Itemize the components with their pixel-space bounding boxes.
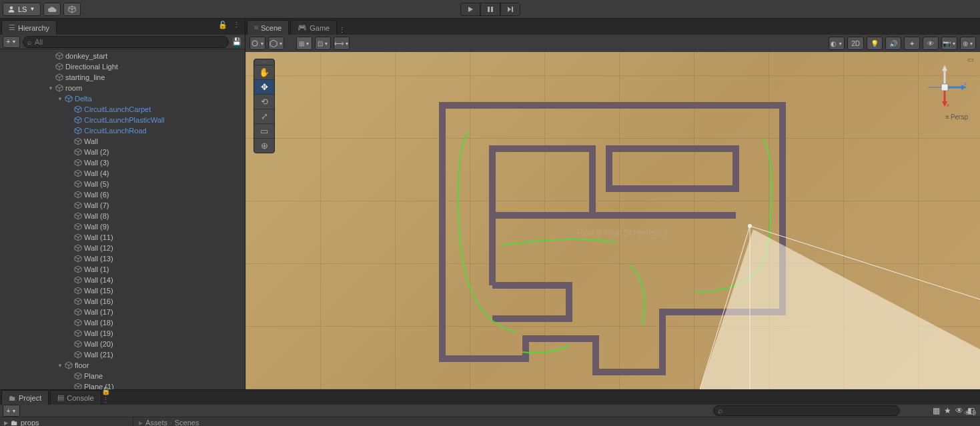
hidden-packages-icon[interactable]: 👁	[955, 406, 963, 415]
shading-mode-dropdown[interactable]: ▼	[268, 37, 284, 50]
hierarchy-item[interactable]: Wall (11)	[0, 232, 245, 243]
hierarchy-panel: ☰ Hierarchy 🔓 ⋮ + ▼ ⌕ 💾 donkey_startDire…	[0, 19, 246, 389]
camera-dropdown[interactable]: 📷▼	[941, 37, 957, 50]
panel-menu-icon[interactable]: ⋮	[101, 395, 111, 405]
chevron-right-icon: ›	[170, 420, 172, 426]
hierarchy-item[interactable]: Wall (21)	[0, 349, 245, 360]
gameobject-icon	[64, 361, 73, 370]
hierarchy-item[interactable]: Wall (2)	[0, 147, 245, 157]
draw-mode-dropdown[interactable]: ▼	[250, 37, 266, 50]
pause-button[interactable]	[480, 3, 500, 16]
search-input[interactable]	[35, 38, 224, 46]
hierarchy-item[interactable]: Plane (1)	[0, 381, 245, 389]
hierarchy-tree[interactable]: donkey_startDirectional Lightstarting_li…	[0, 49, 245, 389]
hierarchy-item[interactable]: Wall (1)	[0, 264, 245, 275]
hierarchy-item[interactable]: Wall (8)	[0, 211, 245, 221]
chevron-down-icon[interactable]: ▼	[56, 363, 64, 369]
camera-frustum	[700, 223, 980, 389]
crumb-assets[interactable]: Assets	[145, 419, 167, 426]
hierarchy-item[interactable]: Wall (20)	[0, 339, 245, 349]
hierarchy-item[interactable]: Wall (14)	[0, 275, 245, 285]
hierarchy-item[interactable]: Wall (15)	[0, 285, 245, 296]
hierarchy-item[interactable]: Wall (16)	[0, 296, 245, 307]
rect-tool[interactable]: ▭	[254, 123, 274, 138]
transform-tool[interactable]: ⊕	[254, 138, 274, 153]
crumb-scenes[interactable]: Scenes	[175, 419, 199, 426]
hierarchy-search[interactable]: ⌕	[23, 36, 229, 48]
hierarchy-item[interactable]: Wall (4)	[0, 168, 245, 179]
item-label: Wall (2)	[84, 148, 109, 156]
snap-settings-button[interactable]: ⊡▼	[315, 37, 331, 50]
lock-icon[interactable]: 🔓	[218, 20, 227, 29]
hand-tool[interactable]: ✋	[254, 65, 274, 79]
hierarchy-item[interactable]: Wall (13)	[0, 253, 245, 264]
favorite-filter-icon[interactable]: ★	[944, 406, 951, 415]
lock-icon[interactable]: 🔓	[101, 386, 111, 395]
create-button[interactable]: + ▼	[3, 36, 20, 48]
chevron-down-icon[interactable]: ▼	[47, 85, 55, 91]
lighting-toggle[interactable]: 💡	[867, 37, 883, 50]
step-button[interactable]	[500, 3, 520, 16]
rotate-tool[interactable]: ⟲	[254, 94, 274, 109]
account-dropdown[interactable]: LS ▼	[3, 3, 41, 16]
increment-snap-button[interactable]: ⟷▼	[334, 37, 350, 50]
hierarchy-item[interactable]: ▼room	[0, 83, 245, 93]
hierarchy-item[interactable]: Wall (9)	[0, 221, 245, 232]
tab-console[interactable]: ▤ Console	[50, 390, 101, 405]
hierarchy-item[interactable]: Wall (12)	[0, 243, 245, 253]
hierarchy-item[interactable]: starting_line	[0, 72, 245, 83]
orientation-gizmo[interactable]: z x	[921, 64, 968, 111]
gameobject-icon	[73, 371, 83, 381]
gameobject-icon	[55, 51, 64, 61]
item-label: Wall (18)	[84, 319, 113, 327]
hierarchy-item[interactable]: ▼floor	[0, 360, 245, 371]
move-tool[interactable]: ✥	[254, 79, 274, 94]
drag-handle-icon[interactable]: ═	[254, 59, 274, 65]
tab-project[interactable]: 🖿 Project	[1, 390, 49, 405]
hierarchy-item[interactable]: Wall (7)	[0, 200, 245, 211]
gizmos-dropdown[interactable]: ⊕▼	[960, 37, 976, 50]
panel-menu-icon[interactable]: ⋮	[337, 25, 346, 35]
item-label: Wall (16)	[84, 297, 113, 305]
hierarchy-item[interactable]: ▼Delta	[0, 93, 245, 104]
grid-snap-button[interactable]: ⊞▼	[296, 37, 312, 50]
hidden-toggle[interactable]: 👁	[923, 37, 939, 50]
create-asset-button[interactable]: + ▼	[3, 405, 20, 417]
audio-toggle[interactable]: 🔊	[885, 37, 901, 50]
hierarchy-item[interactable]: Wall	[0, 136, 245, 147]
cloud-button[interactable]	[43, 3, 61, 16]
tab-game[interactable]: 🎮 Game	[290, 20, 337, 35]
package-button[interactable]	[63, 3, 81, 16]
hierarchy-item[interactable]: Wall (6)	[0, 189, 245, 200]
filter-icon[interactable]: ▦	[933, 406, 940, 415]
svg-rect-12	[941, 84, 948, 91]
hierarchy-item[interactable]: Wall (17)	[0, 307, 245, 317]
hierarchy-item[interactable]: Wall (3)	[0, 157, 245, 168]
folder-label: props	[21, 419, 39, 426]
save-scene-icon[interactable]: 💾	[231, 37, 242, 47]
collapse-gizmo-icon[interactable]: ▭	[967, 56, 973, 63]
hierarchy-item[interactable]: CircuitLaunchCarpet	[0, 104, 245, 115]
folder-tree[interactable]: ▶ 🖿 props	[0, 417, 133, 426]
hierarchy-item[interactable]: Directional Light	[0, 61, 245, 72]
projection-label[interactable]: ≡ Persp	[945, 113, 968, 121]
hierarchy-item[interactable]: donkey_start	[0, 51, 245, 61]
tab-hierarchy[interactable]: ☰ Hierarchy	[1, 20, 57, 35]
hierarchy-item[interactable]: CircuitLaunchPlasticWall	[0, 115, 245, 125]
hierarchy-item[interactable]: Plane	[0, 371, 245, 381]
hierarchy-item[interactable]: Wall (5)	[0, 179, 245, 189]
debug-draw-dropdown[interactable]: ◐▼	[829, 37, 845, 50]
effects-toggle[interactable]: ✦	[904, 37, 920, 50]
hierarchy-item[interactable]: CircuitLaunchRoad	[0, 125, 245, 136]
project-search[interactable]: ⌕	[713, 405, 900, 416]
hierarchy-item[interactable]: Wall (19)	[0, 328, 245, 339]
scene-viewport[interactable]: ▭ ═ ✋ ✥ ⟲ ⤢ ▭ ⊕	[246, 52, 980, 389]
tab-scene[interactable]: ⌗ Scene	[247, 20, 289, 35]
hierarchy-item[interactable]: Wall (18)	[0, 317, 245, 328]
gameobject-icon	[73, 275, 83, 285]
2d-toggle[interactable]: 2D	[847, 37, 864, 50]
chevron-down-icon[interactable]: ▼	[56, 96, 64, 102]
scale-tool[interactable]: ⤢	[254, 109, 274, 123]
play-button[interactable]	[460, 3, 480, 16]
panel-menu-icon[interactable]: ⋮	[231, 20, 241, 29]
